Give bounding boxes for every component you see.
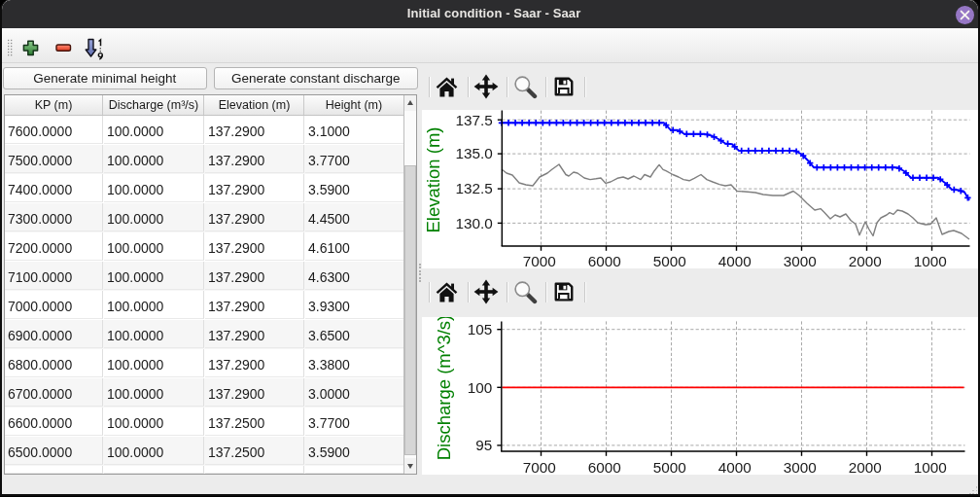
svg-text:135.0: 135.0 — [456, 145, 493, 161]
svg-text:5000: 5000 — [653, 459, 686, 476]
svg-text:7000: 7000 — [523, 253, 556, 268]
svg-text:Discharge (m^3/s): Discharge (m^3/s) — [434, 317, 454, 460]
svg-text:130.0: 130.0 — [456, 215, 493, 231]
svg-text:3000: 3000 — [784, 459, 817, 476]
svg-text:2000: 2000 — [849, 253, 882, 268]
svg-text:100: 100 — [468, 379, 493, 396]
svg-text:1000: 1000 — [914, 253, 947, 268]
svg-text:95: 95 — [475, 437, 492, 453]
svg-text:137.5: 137.5 — [456, 112, 493, 128]
svg-text:2000: 2000 — [849, 459, 882, 476]
svg-text:105: 105 — [468, 321, 493, 337]
svg-text:4000: 4000 — [718, 253, 752, 268]
svg-text:6000: 6000 — [588, 459, 621, 476]
svg-text:3000: 3000 — [784, 253, 817, 268]
svg-text:6000: 6000 — [588, 253, 621, 268]
svg-text:Elevation (m): Elevation (m) — [423, 127, 443, 233]
svg-text:1000: 1000 — [914, 459, 947, 476]
svg-text:5000: 5000 — [653, 253, 686, 268]
svg-text:4000: 4000 — [718, 459, 752, 476]
svg-text:132.5: 132.5 — [456, 180, 493, 196]
svg-text:7000: 7000 — [523, 459, 556, 476]
